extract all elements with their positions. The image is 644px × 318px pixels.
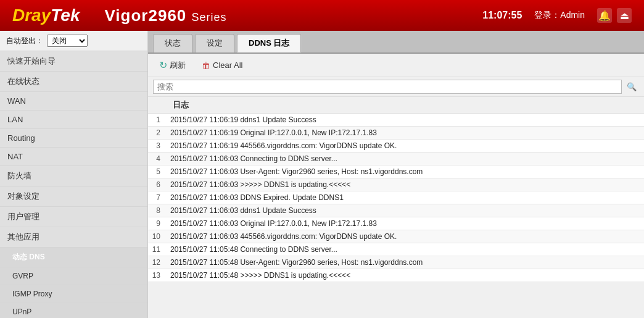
header-user: 登录：Admin <box>534 10 585 21</box>
bell-icon[interactable]: 🔔 <box>597 8 612 23</box>
header-model: Vigor2960 Series <box>104 6 226 25</box>
sidebar-item-user-mgmt[interactable]: 用户管理 <box>0 207 147 227</box>
log-row-num: 5 <box>148 165 167 178</box>
log-row: 32015/10/27 11:06:19 445566.vigorddns.co… <box>148 140 644 153</box>
log-row-num: 13 <box>148 269 167 282</box>
toolbar: ↻ 刷新 🗑 Clear All <box>148 54 644 77</box>
clear-all-button[interactable]: 🗑 Clear All <box>197 59 247 72</box>
refresh-icon: ↻ <box>159 59 167 71</box>
logout-icon[interactable]: ⏏ <box>617 8 632 23</box>
log-row-text: 2015/10/27 11:06:03 User-Agent: Vigor296… <box>167 165 644 178</box>
log-header: 日志 <box>148 97 644 114</box>
sidebar: 自动登出： 关闭 5分钟 10分钟 30分钟 快速开始向导 在线状态 WAN L… <box>0 31 148 318</box>
log-row: 72015/10/27 11:06:03 DDNS Expired. Updat… <box>148 191 644 204</box>
log-row: 62015/10/27 11:06:03 >>>>> DDNS1 is upda… <box>148 178 644 191</box>
sidebar-item-lan[interactable]: LAN <box>0 111 147 129</box>
search-input[interactable] <box>153 80 622 94</box>
sidebar-item-online-status[interactable]: 在线状态 <box>0 72 147 92</box>
logo: Dray Tek <box>12 6 80 25</box>
log-row-num: 9 <box>148 217 167 230</box>
tab-status[interactable]: 状态 <box>153 34 192 52</box>
log-row-text: 2015/10/27 11:06:19 Original IP:127.0.0.… <box>167 127 644 140</box>
log-row-text: 2015/10/27 11:05:48 User-Agent: Vigor296… <box>167 256 644 269</box>
log-row-num: 11 <box>148 243 167 256</box>
log-row-num: 6 <box>148 178 167 191</box>
log-row-text: 2015/10/27 11:05:48 >>>>> DDNS1 is updat… <box>167 269 644 282</box>
sidebar-item-routing[interactable]: Routing <box>0 129 147 148</box>
log-row-num: 10 <box>148 230 167 243</box>
tab-settings[interactable]: 设定 <box>195 34 234 52</box>
sidebar-item-quick-start[interactable]: 快速开始向导 <box>0 51 147 72</box>
search-row: 🔍 <box>148 77 644 97</box>
log-row-num: 3 <box>148 140 167 153</box>
log-row-text: 2015/10/27 11:06:19 445566.vigorddns.com… <box>167 140 644 153</box>
log-row-text: 2015/10/27 11:06:03 ddns1 Update Success <box>167 204 644 217</box>
log-row-text: 2015/10/27 11:06:03 DDNS Expired. Update… <box>167 191 644 204</box>
log-row: 52015/10/27 11:06:03 User-Agent: Vigor29… <box>148 165 644 178</box>
content: 状态 设定 DDNS 日志 ↻ 刷新 🗑 Clear All 🔍 日志 <box>148 31 644 318</box>
log-row-text: 2015/10/27 11:05:48 Connecting to DDNS s… <box>167 243 644 256</box>
log-row-num: 2 <box>148 127 167 140</box>
clear-icon: 🗑 <box>202 61 210 70</box>
sidebar-item-igmp-proxy[interactable]: IGMP Proxy <box>0 285 147 303</box>
auto-logout-select[interactable]: 关闭 5分钟 10分钟 30分钟 <box>47 35 88 47</box>
tab-ddns-log[interactable]: DDNS 日志 <box>237 34 301 52</box>
search-icon[interactable]: 🔍 <box>624 81 639 93</box>
auto-logout-row: 自动登出： 关闭 5分钟 10分钟 30分钟 <box>0 31 147 51</box>
log-row: 82015/10/27 11:06:03 ddns1 Update Succes… <box>148 204 644 217</box>
header: Dray Tek Vigor2960 Series 11:07:55 登录：Ad… <box>0 0 644 31</box>
sidebar-item-upnp[interactable]: UPnP <box>0 303 147 318</box>
log-row-text: 2015/10/27 11:06:19 ddns1 Update Success <box>167 114 644 127</box>
logo-tek: Tek <box>51 6 80 25</box>
header-icons: 🔔 ⏏ <box>597 8 632 23</box>
sidebar-item-nat[interactable]: NAT <box>0 148 147 166</box>
sidebar-item-object-settings[interactable]: 对象设定 <box>0 186 147 207</box>
log-row: 12015/10/27 11:06:19 ddns1 Update Succes… <box>148 114 644 127</box>
log-table: 12015/10/27 11:06:19 ddns1 Update Succes… <box>148 114 644 282</box>
logo-dray: Dray <box>12 6 51 25</box>
log-row-num: 8 <box>148 204 167 217</box>
sidebar-item-dynamic-dns[interactable]: 动态 DNS <box>0 248 147 267</box>
sidebar-item-firewall[interactable]: 防火墙 <box>0 166 147 186</box>
sidebar-item-other-apps[interactable]: 其他应用 <box>0 227 147 248</box>
header-time: 11:07:55 <box>482 10 522 21</box>
auto-logout-label: 自动登出： <box>6 36 43 46</box>
tabs: 状态 设定 DDNS 日志 <box>148 31 644 54</box>
log-row-num: 4 <box>148 153 167 165</box>
sidebar-item-gvrp[interactable]: GVRP <box>0 267 147 285</box>
log-row: 22015/10/27 11:06:19 Original IP:127.0.0… <box>148 127 644 140</box>
log-row: 92015/10/27 11:06:03 Original IP:127.0.0… <box>148 217 644 230</box>
main-layout: 自动登出： 关闭 5分钟 10分钟 30分钟 快速开始向导 在线状态 WAN L… <box>0 31 644 318</box>
sidebar-item-wan[interactable]: WAN <box>0 92 147 111</box>
log-row-text: 2015/10/27 11:06:03 Original IP:127.0.0.… <box>167 217 644 230</box>
log-row-text: 2015/10/27 11:06:03 445566.vigorddns.com… <box>167 230 644 243</box>
log-area: 🔍 日志 12015/10/27 11:06:19 ddns1 Update S… <box>148 77 644 318</box>
refresh-button[interactable]: ↻ 刷新 <box>154 57 191 73</box>
log-row: 132015/10/27 11:05:48 >>>>> DDNS1 is upd… <box>148 269 644 282</box>
log-row: 102015/10/27 11:06:03 445566.vigorddns.c… <box>148 230 644 243</box>
header-right: 11:07:55 登录：Admin 🔔 ⏏ <box>482 8 632 23</box>
log-row-num: 7 <box>148 191 167 204</box>
log-row: 122015/10/27 11:05:48 User-Agent: Vigor2… <box>148 256 644 269</box>
log-row-text: 2015/10/27 11:06:03 >>>>> DDNS1 is updat… <box>167 178 644 191</box>
log-row-text: 2015/10/27 11:06:03 Connecting to DDNS s… <box>167 153 644 165</box>
log-row: 42015/10/27 11:06:03 Connecting to DDNS … <box>148 153 644 165</box>
log-row-num: 1 <box>148 114 167 127</box>
log-row: 112015/10/27 11:05:48 Connecting to DDNS… <box>148 243 644 256</box>
log-row-num: 12 <box>148 256 167 269</box>
